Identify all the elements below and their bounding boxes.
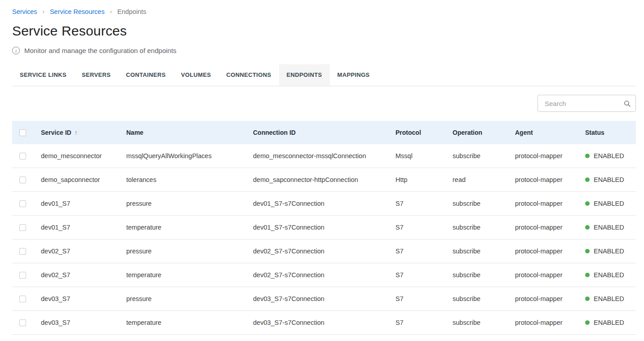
cell-text: dev01_S7-s7Connection (253, 200, 324, 207)
row-checkbox[interactable] (19, 153, 26, 159)
row-checkbox[interactable] (19, 296, 26, 302)
cell-text: protocol-mapper (515, 248, 563, 255)
cell-text: temperature (126, 271, 161, 279)
cell-service-id: dev02_S7 (41, 239, 126, 263)
tab-connections[interactable]: CONNECTIONS (219, 64, 279, 86)
cell-text: tolerances (126, 176, 156, 183)
cell-text: mssqlQueryAllWorkingPlaces (126, 152, 212, 159)
cell-text: ENABLED (594, 248, 624, 255)
status-enabled-dot-icon (585, 201, 590, 206)
table-header-row: Service ID↑NameConnection IDProtocolOper… (12, 121, 636, 144)
column-header-service-id[interactable]: Service ID↑ (41, 121, 126, 144)
info-icon: i (12, 47, 20, 54)
row-checkbox[interactable] (19, 200, 26, 207)
cell-text: dev01_S7 (41, 224, 70, 231)
column-header-label: Service ID (41, 129, 71, 136)
row-checkbox[interactable] (19, 224, 26, 231)
cell-text: ENABLED (594, 319, 624, 326)
breadcrumb-separator-icon: › (110, 8, 112, 15)
cell-agent: protocol-mapper (515, 216, 585, 239)
breadcrumb-separator-icon: › (43, 8, 44, 15)
cell-agent: protocol-mapper (515, 144, 585, 168)
cell-text: protocol-mapper (515, 200, 563, 207)
cell-text: dev02_S7 (41, 271, 70, 279)
cell-agent: protocol-mapper (515, 168, 585, 191)
tab-servers[interactable]: SERVERS (74, 64, 118, 86)
cell-connection-id: dev01_S7-s7Connection (253, 216, 395, 239)
toolbar (12, 86, 636, 121)
cell-name: tolerances (126, 168, 253, 191)
column-header-name[interactable]: Name (126, 121, 253, 144)
cell-protocol: S7 (395, 311, 453, 334)
cell-status: ENABLED (585, 168, 636, 191)
tab-mappings[interactable]: MAPPINGS (330, 64, 378, 86)
cell-protocol: S7 (395, 216, 453, 239)
column-header-label: Status (585, 129, 604, 136)
tab-containers[interactable]: CONTAINERS (118, 64, 173, 86)
column-header-status[interactable]: Status (585, 121, 636, 144)
cell-text: temperature (126, 319, 161, 326)
cell-status: ENABLED (585, 263, 636, 287)
cell-operation: subscribe (453, 239, 515, 263)
cell-text: Mssql (395, 152, 413, 159)
cell-operation: subscribe (453, 263, 515, 287)
cell-agent: protocol-mapper (515, 311, 585, 334)
cell-text: S7 (395, 295, 404, 302)
search-icon[interactable] (623, 100, 631, 107)
cell-text: dev02_S7-s7Connection (253, 271, 324, 279)
table-row: dev03_S7pressuredev03_S7-s7ConnectionS7s… (12, 287, 636, 311)
cell-text: S7 (395, 248, 404, 255)
row-checkbox[interactable] (19, 272, 26, 279)
cell-text: pressure (126, 200, 151, 207)
breadcrumb-item-services[interactable]: Services (12, 8, 37, 15)
cell-name: temperature (126, 311, 253, 334)
breadcrumb-item-endpoints: Endpoints (117, 8, 147, 15)
page-title: Service Resources (12, 23, 636, 39)
cell-status: ENABLED (585, 192, 636, 215)
column-header-operation[interactable]: Operation (453, 121, 515, 144)
sort-ascending-icon: ↑ (75, 129, 78, 136)
cell-protocol: S7 (395, 287, 453, 310)
cell-text: subscribe (453, 200, 480, 207)
cell-text: dev03_S7 (41, 319, 70, 326)
cell-text: read (453, 176, 466, 183)
cell-status: ENABLED (585, 239, 636, 263)
column-header-agent[interactable]: Agent (515, 121, 585, 144)
search-input[interactable] (544, 99, 623, 108)
cell-text: ENABLED (594, 295, 624, 302)
breadcrumb: Services›Service Resources›Endpoints (12, 6, 636, 16)
cell-operation: subscribe (453, 216, 515, 239)
cell-text: subscribe (453, 271, 480, 279)
cell-text: dev03_S7 (41, 295, 70, 302)
tab-endpoints[interactable]: ENDPOINTS (279, 64, 330, 86)
cell-text: pressure (126, 295, 151, 302)
cell-name: pressure (126, 239, 253, 263)
column-header-connection-id[interactable]: Connection ID (253, 121, 395, 144)
cell-name: mssqlQueryAllWorkingPlaces (126, 144, 253, 168)
row-checkbox[interactable] (19, 177, 26, 183)
table-row: dev02_S7temperaturedev02_S7-s7Connection… (12, 263, 636, 287)
cell-text: protocol-mapper (515, 224, 563, 231)
cell-service-id: demo_mesconnector (41, 144, 126, 168)
cell-connection-id: demo_mesconnector-mssqlConnection (253, 144, 395, 168)
row-checkbox[interactable] (19, 319, 26, 326)
cell-text: subscribe (453, 319, 480, 326)
cell-connection-id: dev02_S7-s7Connection (253, 263, 395, 287)
select-all-checkbox[interactable] (19, 129, 26, 136)
tab-service-links[interactable]: SERVICE LINKS (12, 64, 74, 86)
tab-volumes[interactable]: VOLUMES (173, 64, 219, 86)
row-checkbox-cell (12, 239, 41, 263)
cell-name: pressure (126, 287, 253, 310)
cell-protocol: S7 (395, 239, 453, 263)
table-body: demo_mesconnectormssqlQueryAllWorkingPla… (12, 144, 636, 335)
cell-text: protocol-mapper (515, 271, 563, 279)
endpoints-table: Service ID↑NameConnection IDProtocolOper… (12, 121, 636, 335)
cell-text: Http (395, 176, 408, 183)
column-header-label: Name (126, 129, 143, 136)
cell-text: demo_sapconnector-httpConnection (253, 176, 358, 183)
column-header-protocol[interactable]: Protocol (395, 121, 453, 144)
breadcrumb-item-service-resources[interactable]: Service Resources (50, 8, 105, 15)
row-checkbox[interactable] (19, 248, 26, 255)
status-enabled-dot-icon (585, 249, 590, 253)
row-checkbox-cell (12, 216, 41, 239)
